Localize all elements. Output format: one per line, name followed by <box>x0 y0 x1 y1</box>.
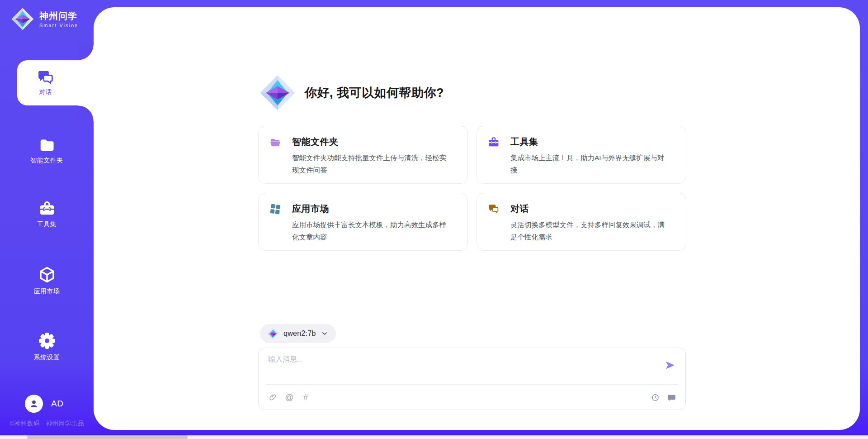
model-name: qwen2:7b <box>283 329 316 338</box>
person-icon <box>29 399 39 409</box>
scrollbar-thumb[interactable] <box>27 435 188 439</box>
avatar <box>25 395 43 413</box>
copyright-text: ©神州数码 · 神州问学出品 <box>0 420 94 428</box>
app-window: 神州问学 Smart Vision 对话 智能文件夹 <box>0 0 868 439</box>
toolbox-icon <box>38 200 56 216</box>
feature-cards: 智能文件夹 智能文件夹功能支持批量文件上传与清洗，轻松实现文件问答 工具 <box>258 126 686 251</box>
grid-icon <box>269 203 281 215</box>
user-initials: AD <box>51 399 63 409</box>
feature-card-chat[interactable]: 对话 灵活切换多模型文件，支持多样回复效果调试，满足个性化需求 <box>476 193 686 251</box>
card-description: 应用市场提供丰富长文本模板，助力高效生成多样化文章内容 <box>292 219 451 243</box>
gear-icon <box>38 332 56 349</box>
sidebar-item-smart-folder[interactable]: 智能文件夹 <box>0 137 94 165</box>
card-title: 工具集 <box>510 136 538 148</box>
topic-button[interactable]: # <box>301 392 311 403</box>
sidebar-item-settings[interactable]: 系统设置 <box>0 332 94 362</box>
user-account[interactable]: AD <box>25 395 63 413</box>
sidebar-item-toolset[interactable]: 工具集 <box>0 200 94 229</box>
sidebar-item-label: 工具集 <box>37 220 57 229</box>
card-title: 智能文件夹 <box>292 136 339 148</box>
at-icon: @ <box>285 392 293 402</box>
model-selector[interactable]: qwen2:7b <box>260 324 336 343</box>
toolbox-icon <box>488 136 500 148</box>
history-icon <box>651 393 660 402</box>
brand-diamond-icon <box>11 7 34 31</box>
sidebar-item-label: 应用市场 <box>34 287 60 296</box>
greeting-text: 你好, 我可以如何帮助你? <box>305 85 444 101</box>
brand-diamond-icon <box>267 328 279 339</box>
composer-tools-left: @ # <box>268 392 311 403</box>
chat-icon <box>488 204 500 214</box>
history-button[interactable] <box>650 392 660 403</box>
card-head: 智能文件夹 <box>269 136 457 148</box>
greeting: 你好, 我可以如何帮助你? <box>259 74 444 112</box>
card-description: 灵活切换多模型文件，支持多样回复效果调试，满足个性化需求 <box>510 219 670 243</box>
feature-card-smart-folder[interactable]: 智能文件夹 智能文件夹功能支持批量文件上传与清洗，轻松实现文件问答 <box>258 126 468 184</box>
card-head: 工具集 <box>488 136 675 148</box>
feature-card-app-market[interactable]: 应用市场 应用市场提供丰富长文本模板，助力高效生成多样化文章内容 <box>258 193 468 251</box>
sidebar-item-app-market[interactable]: 应用市场 <box>0 266 94 296</box>
brand-subtitle: Smart Vision <box>39 23 78 28</box>
sidebar: 神州问学 Smart Vision 对话 智能文件夹 <box>0 0 94 439</box>
folder-icon <box>39 137 55 153</box>
message-input[interactable] <box>268 355 657 380</box>
chat-bubble-icon <box>667 393 676 402</box>
main-panel: 你好, 我可以如何帮助你? 智能文件夹 智能文件夹功能支持批量文件上传与清洗，轻… <box>94 7 860 430</box>
brand-diamond-icon <box>259 74 296 112</box>
hash-icon: # <box>303 392 308 402</box>
composer-divider <box>266 384 678 385</box>
send-icon <box>664 359 676 371</box>
sidebar-item-label: 对话 <box>39 88 52 96</box>
sidebar-item-label: 智能文件夹 <box>30 157 63 165</box>
attach-file-button[interactable] <box>268 392 278 403</box>
card-head: 应用市场 <box>269 203 457 215</box>
brand-title: 神州问学 <box>39 10 78 22</box>
composer-tools-right <box>650 392 676 403</box>
chat-icon <box>37 70 55 85</box>
card-description: 智能文件夹功能支持批量文件上传与清洗，轻松实现文件问答 <box>292 152 451 176</box>
brand: 神州问学 Smart Vision <box>11 7 78 31</box>
card-title: 对话 <box>510 203 529 215</box>
card-description: 集成市场上主流工具，助力AI与外界无缝扩展与对接 <box>510 152 670 176</box>
card-title: 应用市场 <box>292 203 329 215</box>
sidebar-item-chat[interactable]: 对话 <box>17 60 94 105</box>
folder-open-icon <box>269 137 281 148</box>
card-head: 对话 <box>488 203 675 215</box>
mention-button[interactable]: @ <box>284 392 294 403</box>
composer: @ # <box>258 348 686 410</box>
feedback-button[interactable] <box>666 392 676 403</box>
sidebar-item-label: 系统设置 <box>34 353 60 362</box>
feature-card-toolset[interactable]: 工具集 集成市场上主流工具，助力AI与外界无缝扩展与对接 <box>476 126 686 184</box>
cube-icon <box>38 266 56 283</box>
send-button[interactable] <box>664 359 676 372</box>
paperclip-icon <box>269 392 278 402</box>
horizontal-scrollbar[interactable] <box>0 435 868 439</box>
chevron-down-icon <box>321 329 329 338</box>
